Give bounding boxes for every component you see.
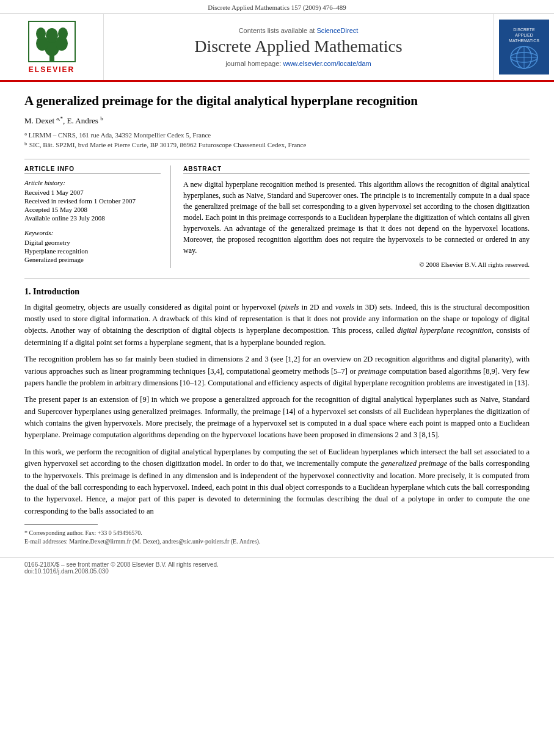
history-received: Received 1 May 2007 (24, 189, 161, 196)
article-info-heading: Article Info (24, 165, 161, 174)
body-divider (24, 278, 530, 278)
copyright-line: © 2008 Elsevier B.V. All rights reserved… (183, 261, 530, 268)
elsevier-logo-section: ELSEVIER (0, 14, 104, 80)
svg-point-4 (46, 28, 58, 43)
journal-header-center: Contents lists available at ScienceDirec… (104, 14, 493, 80)
affiliation-a: ᵃ LIRMM – CNRS, 161 rue Ada, 34392 Montp… (24, 130, 530, 140)
affiliations: ᵃ LIRMM – CNRS, 161 rue Ada, 34392 Montp… (24, 130, 530, 150)
journal-homepage: journal homepage: www.elsevier.com/locat… (225, 60, 371, 67)
affiliation-b: ᵇ SIC, Bât. SP2MI, bvd Marie et Pierre C… (24, 140, 530, 150)
svg-point-6 (58, 27, 68, 40)
sciencedirect-link[interactable]: ScienceDirect (316, 27, 358, 34)
svg-text:MATHEMATICS: MATHEMATICS (509, 38, 539, 43)
svg-text:DISCRETE: DISCRETE (513, 27, 535, 32)
affil-a-text: ᵃ LIRMM – CNRS, 161 rue Ada, 34392 Montp… (24, 130, 211, 140)
affil-b-text: ᵇ SIC, Bât. SP2MI, bvd Marie et Pierre C… (24, 140, 306, 150)
bottom-line1: 0166-218X/$ – see front matter © 2008 El… (24, 561, 530, 568)
journal-title-header: Discrete Applied Mathematics (194, 37, 403, 56)
keyword-2: Hyperplane recognition (24, 247, 161, 255)
journal-citation: Discrete Applied Mathematics 157 (2009) … (208, 4, 346, 11)
info-abstract-section: Article Info Article history: Received 1… (24, 165, 530, 268)
header-divider (24, 159, 530, 159)
abstract-text: A new digital hyperplane recognition met… (183, 179, 530, 256)
keyword-1: Digital geometry (24, 239, 161, 246)
journal-cover-thumbnail: DISCRETE APPLIED MATHEMATICS (499, 20, 549, 75)
article-info-panel: Article Info Article history: Received 1… (24, 165, 171, 268)
keyword-3: Generalized preimage (24, 256, 161, 263)
journal-homepage-link[interactable]: www.elsevier.com/locate/dam (283, 60, 371, 67)
svg-point-5 (36, 27, 46, 40)
section1-para3: The present paper is an extension of [9]… (24, 394, 530, 442)
bottom-line2: doi:10.1016/j.dam.2008.05.030 (24, 568, 530, 575)
keywords-section: Keywords: Digital geometry Hyperplane re… (24, 229, 161, 263)
abstract-heading: Abstract (183, 165, 530, 174)
journal-header: ELSEVIER Contents lists available at Sci… (0, 14, 554, 82)
journal-cover-section: DISCRETE APPLIED MATHEMATICS (493, 14, 554, 80)
footnote-divider (24, 525, 98, 525)
bottom-bar: 0166-218X/$ – see front matter © 2008 El… (0, 557, 554, 578)
cover-image-icon: DISCRETE APPLIED MATHEMATICS (503, 23, 545, 71)
keywords-label: Keywords: (24, 229, 161, 236)
section1-title: 1. Introduction (24, 287, 530, 297)
section1-para4: In this work, we perform the recognition… (24, 446, 530, 517)
abstract-section: Abstract A new digital hyperplane recogn… (183, 165, 530, 268)
contents-available: Contents lists available at ScienceDirec… (239, 27, 359, 34)
authors: M. Dexet a,*, E. Andres b (24, 115, 530, 126)
top-bar: Discrete Applied Mathematics 157 (2009) … (0, 0, 554, 14)
history-online: Available online 23 July 2008 (24, 214, 161, 222)
footnote-email: E-mail addresses: Martine.Dexet@lirmm.fr… (24, 537, 530, 546)
main-content: A generalized preimage for the digital a… (0, 82, 554, 557)
footnote-star: * Corresponding author. Fax: +33 0 54949… (24, 529, 530, 537)
article-title: A generalized preimage for the digital a… (24, 93, 530, 109)
elsevier-tree-icon (27, 20, 76, 63)
section1-para1: In digital geometry, objects are usually… (24, 302, 530, 349)
elsevier-label: ELSEVIER (29, 65, 75, 74)
history-accepted: Accepted 15 May 2008 (24, 206, 161, 213)
section1-para2: The recognition problem has so far mainl… (24, 354, 530, 389)
history-label: Article history: (24, 179, 161, 186)
elsevier-logo: ELSEVIER (27, 20, 76, 74)
svg-text:APPLIED: APPLIED (515, 33, 533, 37)
history-revised: Received in revised form 1 October 2007 (24, 197, 161, 205)
